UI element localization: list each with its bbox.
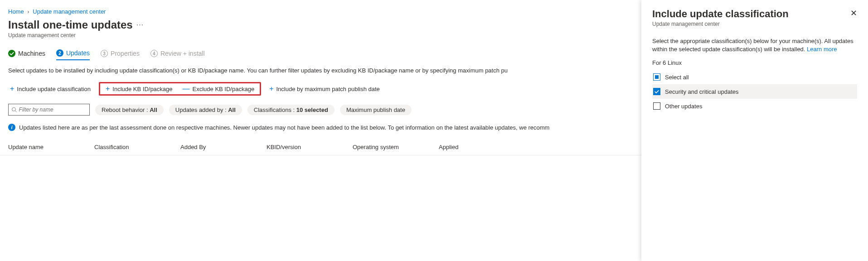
step-machines[interactable]: Machines bbox=[8, 49, 45, 60]
select-all-row[interactable]: Select all bbox=[652, 70, 857, 84]
pill-value: All bbox=[150, 106, 157, 113]
pill-updates-added-by[interactable]: Updates added by : All bbox=[169, 105, 242, 115]
action-label: Include KB ID/package bbox=[112, 86, 172, 92]
panel-description: Select the appropriate classification(s)… bbox=[652, 37, 857, 53]
plus-icon: + bbox=[269, 85, 273, 92]
checkbox-indeterminate-icon[interactable] bbox=[653, 73, 660, 81]
action-label: Include by maximum patch publish date bbox=[276, 86, 379, 92]
pill-label: Updates added by : bbox=[175, 106, 228, 113]
option-other-updates[interactable]: Other updates bbox=[652, 99, 857, 113]
step-number: 4 bbox=[150, 50, 158, 57]
close-icon[interactable]: ✕ bbox=[850, 8, 857, 18]
breadcrumb-separator: › bbox=[25, 8, 31, 15]
panel-subtitle: Update management center bbox=[652, 21, 789, 27]
checkbox-checked-icon[interactable] bbox=[653, 88, 660, 95]
column-kbid-version[interactable]: KBID/version bbox=[267, 144, 353, 150]
step-properties[interactable]: 3 Properties bbox=[101, 49, 140, 60]
column-classification[interactable]: Classification bbox=[94, 144, 180, 150]
check-icon bbox=[8, 50, 15, 57]
pill-classifications[interactable]: Classifications : 10 selected bbox=[247, 105, 335, 115]
panel-for-label: For 6 Linux bbox=[652, 59, 857, 66]
step-number: 3 bbox=[101, 50, 108, 57]
pill-reboot-behavior[interactable]: Reboot behavior : All bbox=[95, 105, 164, 115]
pill-label: Reboot behavior : bbox=[102, 106, 150, 113]
filter-input[interactable] bbox=[19, 106, 87, 113]
column-update-name[interactable]: Update name bbox=[8, 144, 94, 150]
step-label: Updates bbox=[66, 49, 90, 57]
option-label: Other updates bbox=[665, 103, 702, 110]
highlight-box: + Include KB ID/package — Exclude KB ID/… bbox=[99, 82, 261, 96]
exclude-kb-button[interactable]: — Exclude KB ID/package bbox=[181, 84, 257, 93]
include-date-button[interactable]: + Include by maximum patch publish date bbox=[267, 84, 382, 93]
info-text: Updates listed here are as per the last … bbox=[19, 124, 549, 131]
include-classification-button[interactable]: + Include update classification bbox=[8, 84, 92, 93]
breadcrumb-item[interactable]: Update management center bbox=[33, 8, 106, 15]
step-number: 2 bbox=[56, 49, 63, 57]
pill-label: Classifications : bbox=[254, 106, 296, 113]
step-updates[interactable]: 2 Updates bbox=[56, 49, 90, 60]
info-icon: i bbox=[8, 124, 15, 131]
column-operating-system[interactable]: Operating system bbox=[353, 144, 439, 150]
more-actions[interactable]: ··· bbox=[136, 21, 144, 29]
include-kb-button[interactable]: + Include KB ID/package bbox=[104, 84, 175, 93]
minus-icon: — bbox=[183, 85, 190, 92]
pill-max-publish-date[interactable]: Maximum publish date bbox=[340, 105, 412, 115]
svg-point-0 bbox=[12, 107, 16, 111]
search-icon bbox=[11, 106, 17, 113]
column-applied[interactable]: Applied bbox=[439, 144, 475, 150]
step-review-install[interactable]: 4 Review + install bbox=[150, 49, 205, 60]
option-security-critical[interactable]: Security and critical updates bbox=[652, 84, 857, 99]
column-added-by[interactable]: Added By bbox=[180, 144, 267, 150]
step-label: Machines bbox=[18, 50, 45, 57]
option-label: Security and critical updates bbox=[665, 88, 739, 95]
svg-line-1 bbox=[15, 111, 17, 112]
checkbox-unchecked-icon[interactable] bbox=[653, 102, 660, 110]
step-label: Review + install bbox=[160, 50, 205, 57]
action-label: Exclude KB ID/package bbox=[193, 86, 255, 92]
panel-options-list: Select all Security and critical updates… bbox=[652, 70, 857, 113]
plus-icon: + bbox=[106, 85, 110, 92]
plus-icon: + bbox=[10, 85, 14, 92]
step-label: Properties bbox=[111, 50, 140, 57]
breadcrumb-home[interactable]: Home bbox=[8, 8, 24, 15]
panel-title: Include update classification bbox=[652, 8, 789, 20]
side-panel: Include update classification Update man… bbox=[641, 0, 868, 261]
pill-value: 10 selected bbox=[296, 106, 328, 113]
page-title: Install one-time updates bbox=[8, 19, 133, 31]
filter-input-wrapper[interactable] bbox=[8, 104, 90, 116]
select-all-label: Select all bbox=[665, 74, 689, 81]
pill-value: All bbox=[228, 106, 236, 113]
learn-more-link[interactable]: Learn more bbox=[807, 46, 837, 53]
action-label: Include update classification bbox=[17, 86, 91, 92]
